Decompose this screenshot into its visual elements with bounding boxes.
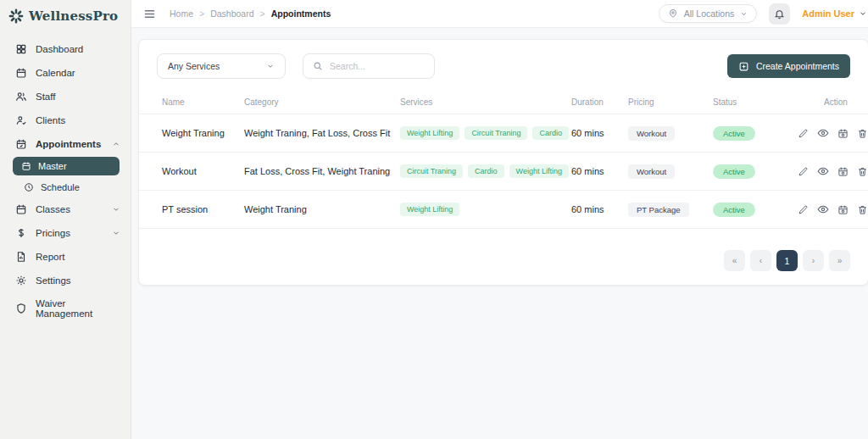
flower-burst-icon [8,8,24,24]
location-selector[interactable]: All Locations [659,4,758,23]
column-header-name: Name [162,97,244,107]
cell-pricing: Workout [628,164,713,179]
cell-status: Active [713,164,798,179]
sidebar-item-calendar[interactable]: Calendar [0,61,131,85]
sidebar-item-label: Settings [36,275,71,286]
status-badge: Active [713,126,755,141]
sidebar-subitem-label: Master [38,161,67,171]
service-badge: Cardio [468,164,504,178]
user-menu[interactable]: Admin User [802,8,867,19]
search-icon [313,61,323,71]
search-box [303,53,435,79]
create-appointments-label: Create Appointments [756,61,839,71]
breadcrumb-current: Appointments [271,8,331,19]
file-report-icon [15,251,27,263]
cell-category: Weight Traning [244,204,400,214]
pagination-page-1-button[interactable]: 1 [776,250,798,271]
sidebar-subitem-master[interactable]: Master [13,157,120,175]
pagination-first-button[interactable]: « [724,250,745,271]
pricing-badge: Workout [628,126,675,141]
sidebar-nav: Dashboard Calendar Staff Clients Appoint [0,37,131,325]
breadcrumb-home[interactable]: Home [170,8,193,19]
trash-delete-icon[interactable] [857,128,868,139]
cell-duration: 60 mins [571,204,628,214]
sidebar-item-label: Calendar [36,68,75,78]
calendar-clock-icon[interactable] [837,166,849,177]
table-row: PT session Weight Traning Weight Lifting… [139,191,868,229]
create-appointments-button[interactable]: Create Appointments [727,54,850,78]
sidebar-item-waiver-management[interactable]: Waiver Management [0,292,131,325]
table-row: Workout Fat Loss, Cross Fit, Weight Tran… [139,153,868,191]
cell-duration: 60 mins [571,128,628,138]
chevron-down-icon [859,9,867,18]
user-name: Admin User [802,8,854,19]
trash-delete-icon[interactable] [857,204,868,215]
gear-icon [15,275,27,286]
sidebar-item-appointments[interactable]: Appointments [0,132,131,156]
view-eye-icon[interactable] [817,127,829,139]
cell-duration: 60 mins [571,166,628,176]
service-badge: Cardio [532,126,569,140]
cell-name: PT session [162,204,244,214]
pagination-last-button[interactable]: » [829,250,850,271]
sidebar-subitem-schedule[interactable]: Schedule [0,177,131,197]
pricing-badge: PT Package [628,203,689,217]
bell-icon [774,8,785,19]
cell-name: Workout [162,166,244,176]
service-badge: Weight Lifting [509,164,569,178]
edit-pencil-icon[interactable] [798,204,809,215]
services-filter-dropdown[interactable]: Any Services [157,53,286,79]
calendar-icon [21,161,31,171]
sidebar-item-settings[interactable]: Settings [0,269,131,292]
chevron-up-icon [112,140,120,148]
brand-name: WellnessPro [29,8,118,24]
chevron-down-icon [112,229,120,237]
sidebar-item-dashboard[interactable]: Dashboard [0,37,131,61]
notifications-button[interactable] [769,3,790,25]
cell-actions [798,127,868,139]
edit-pencil-icon[interactable] [798,128,809,139]
service-badge: Weight Lifting [400,126,459,140]
cell-pricing: Workout [628,126,713,141]
brand-logo: WellnessPro [0,7,131,32]
pagination-next-button[interactable]: › [803,250,824,271]
breadcrumb: Home > Dashboard > Appointments [170,8,331,19]
appointments-card: Any Services Create Appointments [138,39,868,286]
sidebar-item-report[interactable]: Report [0,245,131,269]
sidebar-item-label: Classes [36,204,70,214]
sidebar-item-classes[interactable]: Classes [0,197,131,221]
column-header-services: Services [400,97,571,107]
main-content: Any Services Create Appointments [131,28,868,439]
hamburger-menu-icon[interactable] [143,8,156,20]
dollar-icon [15,227,27,239]
sidebar-item-clients[interactable]: Clients [0,108,131,132]
view-eye-icon[interactable] [817,203,829,215]
search-input[interactable] [330,61,425,71]
cell-status: Active [713,203,798,217]
plus-square-icon [738,61,749,72]
breadcrumb-dashboard[interactable]: Dashboard [210,8,253,19]
chevron-down-icon [740,10,748,18]
calendar-icon [15,203,27,215]
cell-services: Weight Lifting Circuit Traning Cardio [400,126,571,140]
column-header-pricing: Pricing [628,97,713,107]
calendar-clock-icon[interactable] [837,204,849,215]
topbar: Home > Dashboard > Appointments All Loca… [131,0,868,28]
edit-pencil-icon[interactable] [798,166,809,177]
sidebar-item-staff[interactable]: Staff [0,85,131,108]
breadcrumb-separator: > [199,8,204,19]
sidebar-item-pricings[interactable]: Pricings [0,221,131,245]
sidebar-item-label: Waiver Management [36,298,120,319]
cell-status: Active [713,126,798,141]
cell-actions [798,203,868,215]
sidebar-subitem-label: Schedule [41,182,80,192]
column-header-duration: Duration [571,97,628,107]
calendar-clock-icon[interactable] [837,128,849,139]
trash-delete-icon[interactable] [857,166,868,177]
filters-row: Any Services Create Appointments [139,53,868,79]
sidebar-item-label: Staff [36,92,55,102]
clock-icon [24,182,34,192]
calendar-icon [15,67,27,79]
view-eye-icon[interactable] [817,165,829,177]
pagination-prev-button[interactable]: ‹ [750,250,771,271]
